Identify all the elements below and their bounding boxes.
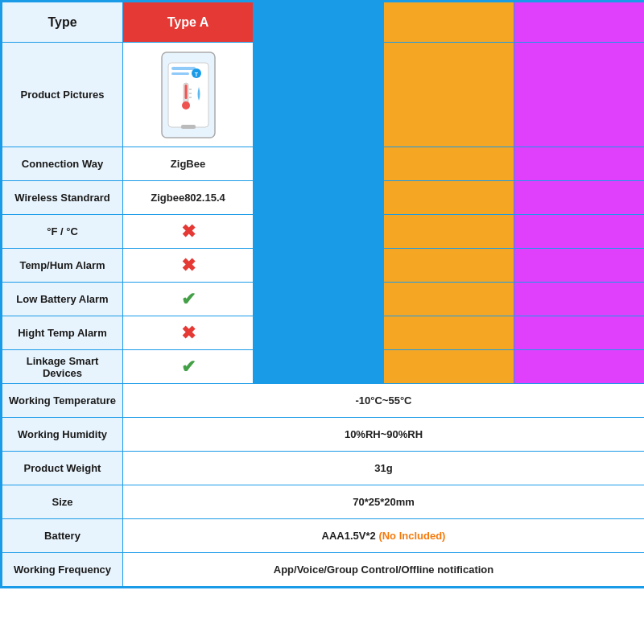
low-battery-alarm-label: Low Battery Alarm (2, 283, 123, 316)
connection-way-label: Connection Way (2, 147, 123, 181)
fc-col-d (514, 215, 645, 249)
svg-rect-2 (171, 67, 196, 70)
working-frequency-row: Working Frequency App/Voice/Group Contro… (2, 553, 645, 587)
temp-hum-alarm-row: Temp/Hum Alarm ✖ (2, 249, 645, 283)
wireless-standard-row: Wireless Standrard Zigbee802.15.4 (2, 181, 645, 215)
working-temperature-value: -10°C~55°C (123, 384, 645, 418)
size-value: 70*25*20mm (123, 485, 645, 519)
x-icon-2: ✖ (181, 255, 196, 275)
svg-rect-3 (171, 72, 189, 75)
product-weight-row: Product Weight 31g (2, 452, 645, 485)
low-battery-alarm-col-c (384, 283, 514, 316)
temp-hum-alarm-col-a: ✖ (123, 249, 254, 283)
connection-way-col-b (254, 147, 384, 181)
low-battery-alarm-col-a: ✔ (123, 283, 254, 316)
working-frequency-value: App/Voice/Group Control/Offline notifica… (123, 553, 645, 587)
fc-col-c (384, 215, 514, 249)
wireless-standard-label: Wireless Standrard (2, 181, 123, 215)
low-battery-alarm-row: Low Battery Alarm ✔ (2, 283, 645, 316)
product-weight-label: Product Weight (2, 452, 123, 485)
product-pictures-col-c (384, 43, 514, 147)
linkage-smart-row: Linkage Smart Devices ✔ (2, 350, 645, 384)
product-pictures-col-b (254, 43, 384, 147)
type-header-label: Type (2, 2, 123, 43)
low-battery-alarm-col-b (254, 283, 384, 316)
temp-hum-alarm-col-c (384, 249, 514, 283)
size-label: Size (2, 485, 123, 519)
product-pictures-label: Product Pictures (2, 43, 123, 147)
battery-value-text: AAA1.5V*2 (322, 530, 379, 542)
product-pictures-col-a: T (123, 43, 254, 147)
connection-way-row: Connection Way ZigBee (2, 147, 645, 181)
connection-way-col-d (514, 147, 645, 181)
working-temperature-row: Working Temperature -10°C~55°C (2, 384, 645, 418)
linkage-smart-col-b (254, 350, 384, 384)
product-pictures-row: Product Pictures (2, 43, 645, 147)
fc-col-b (254, 215, 384, 249)
svg-rect-12 (181, 125, 196, 129)
hight-temp-alarm-col-b (254, 316, 384, 350)
comparison-table: Type Type A Product Pictures (0, 0, 644, 588)
battery-value: AAA1.5V*2 (No Included) (123, 519, 645, 553)
wireless-standard-col-b (254, 181, 384, 215)
x-icon: ✖ (181, 221, 196, 242)
low-battery-alarm-col-d (514, 283, 645, 316)
hight-temp-alarm-col-d (514, 316, 645, 350)
type-b-header (254, 2, 384, 43)
header-row: Type Type A (2, 2, 645, 43)
hight-temp-alarm-col-a: ✖ (123, 316, 254, 350)
fc-label: °F / °C (2, 215, 123, 249)
linkage-smart-col-a: ✔ (123, 350, 254, 384)
wireless-standard-col-a: Zigbee802.15.4 (123, 181, 254, 215)
temp-hum-alarm-col-d (514, 249, 645, 283)
working-humidity-label: Working Humidity (2, 418, 123, 452)
type-c-header (384, 2, 514, 43)
temp-hum-alarm-col-b (254, 249, 384, 283)
hight-temp-alarm-col-c (384, 316, 514, 350)
linkage-smart-col-c (384, 350, 514, 384)
linkage-smart-col-d (514, 350, 645, 384)
product-image: T (152, 48, 225, 141)
check-icon: ✔ (181, 289, 196, 309)
wireless-standard-col-c (384, 181, 514, 215)
working-humidity-row: Working Humidity 10%RH~90%RH (2, 418, 645, 452)
fc-row: °F / °C ✖ (2, 215, 645, 249)
battery-row: Battery AAA1.5V*2 (No Included) (2, 519, 645, 553)
x-icon-3: ✖ (181, 323, 196, 343)
product-weight-value: 31g (123, 452, 645, 485)
fc-col-a: ✖ (123, 215, 254, 249)
product-pictures-col-d (514, 43, 645, 147)
working-temperature-label: Working Temperature (2, 384, 123, 418)
battery-label: Battery (2, 519, 123, 553)
connection-way-col-c (384, 147, 514, 181)
check-icon-2: ✔ (181, 357, 196, 377)
size-row: Size 70*25*20mm (2, 485, 645, 519)
hight-temp-alarm-row: Hight Temp Alarm ✖ (2, 316, 645, 350)
temp-hum-alarm-label: Temp/Hum Alarm (2, 249, 123, 283)
working-frequency-label: Working Frequency (2, 553, 123, 587)
type-a-header: Type A (123, 2, 254, 43)
wireless-standard-col-d (514, 181, 645, 215)
working-humidity-value: 10%RH~90%RH (123, 418, 645, 452)
hight-temp-alarm-label: Hight Temp Alarm (2, 316, 123, 350)
svg-point-8 (182, 101, 190, 109)
svg-rect-7 (184, 85, 187, 99)
type-d-header (514, 2, 645, 43)
battery-note-text: (No Included) (378, 530, 445, 542)
svg-text:T: T (194, 72, 198, 77)
connection-way-col-a: ZigBee (123, 147, 254, 181)
linkage-smart-label: Linkage Smart Devices (2, 350, 123, 384)
